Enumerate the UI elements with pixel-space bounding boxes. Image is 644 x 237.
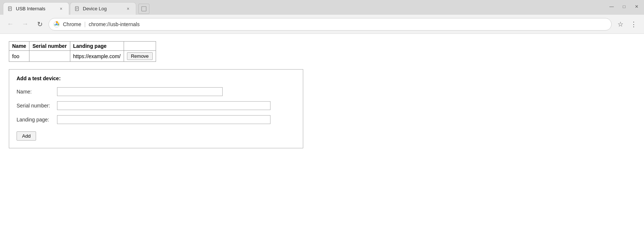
document-icon-2 (75, 6, 80, 11)
svg-point-12 (56, 23, 58, 25)
tab-device-log-close[interactable]: × (125, 6, 131, 12)
new-tab-button[interactable] (138, 4, 149, 14)
landing-label: Landing page: (17, 117, 57, 123)
tab-usb-internals-close[interactable]: × (58, 6, 64, 12)
device-serial-cell (29, 51, 70, 62)
forward-button[interactable]: → (19, 18, 31, 30)
serial-label: Serial number: (17, 103, 57, 109)
device-action-cell: Remove (124, 51, 156, 62)
menu-icon: ⋮ (630, 20, 637, 28)
remove-button[interactable]: Remove (127, 52, 153, 60)
col-landing-header: Landing page (70, 42, 124, 51)
toolbar: ← → ↻ Chrome | chrome://usb-internals ☆ (0, 15, 644, 34)
address-bar[interactable]: Chrome | chrome://usb-internals (49, 18, 612, 31)
close-button[interactable]: ✕ (634, 4, 640, 10)
address-separator: | (84, 21, 86, 28)
title-bar: USB Internals × Device Log × — □ ✕ (0, 0, 644, 15)
window-controls: — □ ✕ (609, 4, 640, 10)
col-action-header (124, 42, 156, 51)
tab-usb-internals[interactable]: USB Internals × (3, 2, 69, 15)
name-label: Name: (17, 89, 57, 95)
svg-rect-8 (142, 7, 146, 11)
chrome-label: Chrome (63, 21, 81, 27)
landing-input[interactable] (57, 115, 270, 124)
main-content: Name Serial number Landing page foo http… (0, 34, 644, 237)
back-icon: ← (7, 20, 14, 28)
tab-usb-internals-title: USB Internals (16, 6, 55, 11)
minimize-button[interactable]: — (609, 4, 615, 10)
serial-input[interactable] (57, 101, 270, 110)
toolbar-right: ☆ ⋮ (615, 18, 640, 30)
serial-row: Serial number: (17, 101, 296, 110)
add-device-title: Add a test device: (17, 75, 296, 81)
refresh-button[interactable]: ↻ (34, 18, 46, 30)
add-button[interactable]: Add (17, 131, 36, 141)
chrome-logo-icon (53, 21, 60, 28)
tab-device-log[interactable]: Device Log × (70, 2, 136, 15)
name-input[interactable] (57, 87, 223, 96)
refresh-icon: ↻ (37, 20, 43, 28)
menu-button[interactable]: ⋮ (628, 18, 640, 30)
device-landing-cell: https://example.com/ (70, 51, 124, 62)
landing-row: Landing page: (17, 115, 296, 124)
tab-list: USB Internals × Device Log × (0, 2, 149, 15)
table-row: foo https://example.com/ Remove (9, 51, 156, 62)
forward-icon: → (22, 20, 28, 28)
back-button[interactable]: ← (4, 18, 16, 30)
bookmark-button[interactable]: ☆ (615, 18, 626, 30)
name-row: Name: (17, 87, 296, 96)
device-table: Name Serial number Landing page foo http… (9, 41, 156, 62)
col-name-header: Name (9, 42, 29, 51)
tab-device-log-title: Device Log (83, 6, 122, 11)
device-name-cell: foo (9, 51, 29, 62)
maximize-button[interactable]: □ (621, 4, 627, 10)
address-url: chrome://usb-internals (89, 21, 140, 27)
col-serial-header: Serial number (29, 42, 70, 51)
bookmark-icon: ☆ (618, 20, 623, 28)
add-device-form: Add a test device: Name: Serial number: … (9, 69, 303, 148)
document-icon (8, 6, 13, 11)
